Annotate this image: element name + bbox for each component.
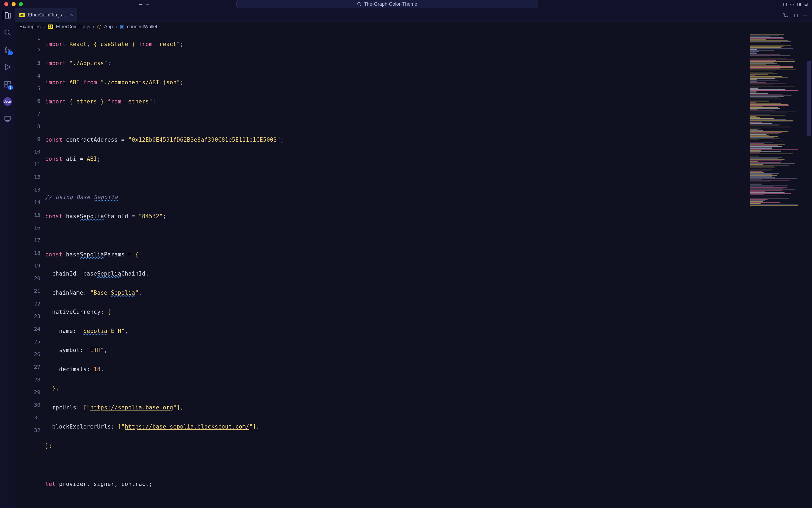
json-extension-icon[interactable]: Json [3,97,12,107]
breadcrumb[interactable]: Examples › JS EtherCoinFlip.js › ⬡ App ›… [15,22,812,32]
explorer-icon[interactable] [3,10,12,20]
panel-right-icon[interactable]: ◨ [798,1,801,7]
activity-bar: 2 1 Json [0,8,15,508]
svg-point-1 [5,30,9,34]
symbol-method-icon: ▣ [120,24,124,30]
command-center-text: The-Graph-Color-Theme [364,1,417,7]
nav-back-icon[interactable]: ← [139,1,142,7]
extensions-icon[interactable]: 1 [3,80,12,89]
layout-icon[interactable]: ⊞ [805,1,808,7]
tab-filename: EtherCoinFlip.js [28,12,62,18]
svg-point-11 [783,13,785,14]
svg-point-12 [786,15,787,17]
breadcrumb-folder[interactable]: Examples [19,24,41,30]
maximize-window-button[interactable] [19,2,23,6]
json-badge-label: Json [3,97,12,106]
code-editor[interactable]: 1234567891011121314151617181920212223242… [15,32,812,508]
nav-forward-icon[interactable]: → [146,1,149,7]
search-icon[interactable] [3,28,12,37]
js-file-icon: JS [48,25,53,29]
panel-bottom-icon[interactable]: ▭ [791,1,794,7]
compare-changes-icon[interactable] [783,12,788,18]
svg-rect-5 [5,82,7,84]
breadcrumb-symbol-app[interactable]: App [104,24,113,30]
svg-point-2 [5,47,6,48]
editor-area: JS EtherCoinFlip.js U × ◫ ⋯ Examples › J… [15,8,812,508]
command-center[interactable]: The-Graph-Color-Theme [236,0,538,8]
extensions-badge: 1 [8,85,13,90]
tab-bar: JS EtherCoinFlip.js U × ◫ ⋯ [15,8,812,22]
tab-git-status: U [64,13,67,17]
chevron-right-icon: › [43,24,45,30]
tab-ethercoinflip[interactable]: JS EtherCoinFlip.js U × [15,8,78,22]
svg-point-4 [9,49,10,51]
line-number-gutter: 1234567891011121314151617181920212223242… [15,32,45,508]
split-editor-icon[interactable]: ◫ [794,12,798,18]
js-file-icon: JS [19,13,25,17]
panel-left-icon[interactable]: ◫ [783,1,787,7]
remote-explorer-icon[interactable] [3,114,12,124]
minimap[interactable] [748,32,812,508]
svg-rect-7 [5,85,7,87]
svg-rect-6 [8,82,10,84]
window-controls [4,2,23,6]
svg-point-3 [5,51,6,53]
close-window-button[interactable] [4,2,8,6]
source-control-icon[interactable]: 2 [3,45,12,55]
scm-badge: 2 [8,51,13,55]
more-actions-icon[interactable]: ⋯ [803,12,807,18]
svg-point-0 [358,2,360,5]
chevron-right-icon: › [93,24,94,30]
breadcrumb-file[interactable]: EtherCoinFlip.js [56,24,90,30]
symbol-module-icon: ⬡ [97,24,101,30]
breadcrumb-symbol-fn[interactable]: connectWallet [127,24,157,30]
titlebar: ← → The-Graph-Color-Theme ◫ ▭ ◨ ⊞ [0,0,812,8]
minimap-viewport[interactable] [807,60,811,136]
chevron-right-icon: › [116,24,117,30]
search-icon [357,2,361,6]
code-content[interactable]: import React, { useState } from "react";… [45,32,748,508]
run-debug-icon[interactable] [3,62,12,72]
minimize-window-button[interactable] [11,2,15,6]
svg-rect-8 [5,116,10,120]
tab-close-icon[interactable]: × [70,12,73,18]
